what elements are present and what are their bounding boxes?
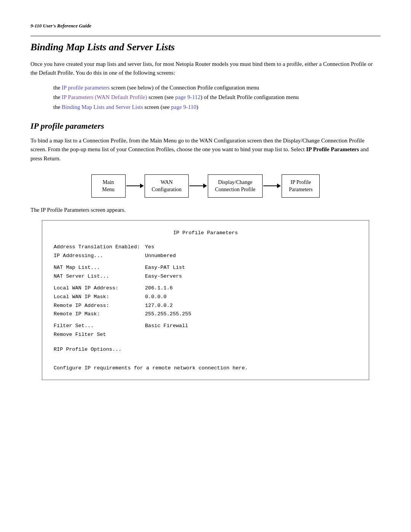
terminal-row-rip: RIP Profile Options... bbox=[54, 345, 357, 354]
binding-map-lists-link[interactable]: Binding Map Lists and Server Lists bbox=[62, 104, 143, 110]
terminal-value: Easy-Servers bbox=[145, 272, 182, 281]
terminal-label: Remove Filter Set bbox=[54, 331, 145, 339]
list-item: the IP profile parameters screen (see be… bbox=[53, 83, 381, 93]
page-9-112-link[interactable]: page 9-112 bbox=[175, 94, 201, 100]
ip-profile-params-link[interactable]: IP profile parameters bbox=[62, 85, 110, 91]
terminal-label: Local WAN IP Mask: bbox=[54, 293, 145, 302]
terminal-label: NAT Server List... bbox=[54, 272, 145, 281]
binding-intro-text: Once you have created your map lists and… bbox=[30, 60, 381, 78]
terminal-value: Unnumbered bbox=[145, 252, 176, 260]
page-header: 9-110 User's Reference Guide bbox=[30, 23, 381, 29]
arrow-line bbox=[263, 185, 277, 186]
arrow-head bbox=[140, 184, 144, 188]
flow-box-wan-line1: WAN bbox=[161, 179, 173, 185]
terminal-spacer bbox=[54, 260, 357, 264]
arrow-line bbox=[126, 185, 140, 186]
terminal-screen: IP Profile Parameters Address Translatio… bbox=[42, 220, 369, 380]
terminal-row-remote-ip: Remote IP Address: 127.0.0.2 bbox=[54, 302, 357, 310]
terminal-value: Easy-PAT List bbox=[145, 264, 185, 272]
binding-section-title: Binding Map Lists and Server Lists bbox=[30, 42, 381, 53]
terminal-label: NAT Map List... bbox=[54, 264, 145, 272]
flow-box-wan: WAN Configuration bbox=[145, 174, 189, 198]
flow-box-display-line2: Connection Profile bbox=[215, 187, 255, 192]
flow-box-wan-line2: Configuration bbox=[152, 187, 182, 192]
terminal-value: 255.255.255.255 bbox=[145, 310, 191, 319]
ip-params-wan-link[interactable]: IP Parameters (WAN Default Profile) bbox=[62, 94, 147, 100]
flow-box-main-line1: Main bbox=[103, 179, 114, 185]
terminal-spacer bbox=[54, 281, 357, 284]
flow-arrow-1 bbox=[126, 184, 144, 188]
arrow-head bbox=[203, 184, 207, 188]
terminal-label: Filter Set... bbox=[54, 322, 145, 331]
terminal-footer: Configure IP requirements for a remote n… bbox=[54, 364, 357, 373]
terminal-spacer bbox=[54, 357, 357, 360]
terminal-row-remove-filter: Remove Filter Set bbox=[54, 331, 357, 339]
terminal-label: Address Translation Enabled: bbox=[54, 243, 145, 252]
flow-box-ip-line2: Parameters bbox=[289, 187, 312, 192]
terminal-spacer bbox=[54, 339, 357, 342]
terminal-value: Basic Firewall bbox=[145, 322, 188, 331]
terminal-label: RIP Profile Options... bbox=[54, 345, 145, 354]
terminal-title: IP Profile Parameters bbox=[54, 229, 357, 238]
terminal-row-filter-set: Filter Set... Basic Firewall bbox=[54, 322, 357, 331]
flow-box-ip-line1: IP Profile bbox=[291, 179, 311, 185]
terminal-row-local-wan-mask: Local WAN IP Mask: 0.0.0.0 bbox=[54, 293, 357, 302]
terminal-label: Remote IP Address: bbox=[54, 302, 145, 310]
terminal-row-remote-mask: Remote IP Mask: 255.255.255.255 bbox=[54, 310, 357, 319]
flow-box-display-line1: Display/Change bbox=[218, 179, 252, 185]
terminal-row-local-wan-ip: Local WAN IP Address: 206.1.1.6 bbox=[54, 284, 357, 293]
terminal-value: 127.0.0.2 bbox=[145, 302, 173, 310]
terminal-label: Local WAN IP Address: bbox=[54, 284, 145, 293]
ip-profile-section-title: IP profile parameters bbox=[30, 121, 381, 131]
page-9-110-link[interactable]: page 9-110 bbox=[171, 104, 197, 110]
terminal-value: Yes bbox=[145, 243, 154, 252]
terminal-row-ip-addressing: IP Addressing... Unnumbered bbox=[54, 252, 357, 260]
terminal-label: Remote IP Mask: bbox=[54, 310, 145, 319]
terminal-row-nat-map: NAT Map List... Easy-PAT List bbox=[54, 264, 357, 272]
arrow-line bbox=[190, 185, 203, 186]
list-item: the IP Parameters (WAN Default Profile) … bbox=[53, 93, 381, 102]
terminal-spacer bbox=[54, 342, 357, 345]
terminal-spacer bbox=[54, 354, 357, 357]
flow-box-main: Main Menu bbox=[91, 174, 126, 198]
flow-diagram: Main Menu WAN Configuration Display/Chan… bbox=[30, 174, 381, 198]
terminal-spacer bbox=[54, 319, 357, 322]
flow-arrow-2 bbox=[190, 184, 207, 188]
ip-profile-params-bold: IP Profile Parameters bbox=[306, 146, 359, 152]
flow-box-display: Display/Change Connection Profile bbox=[208, 174, 263, 198]
bullet-list: the IP profile parameters screen (see be… bbox=[53, 83, 381, 112]
appears-text: The IP Profile Parameters screen appears… bbox=[30, 207, 381, 213]
flow-box-main-line2: Menu bbox=[102, 187, 115, 192]
terminal-row-addr-translation: Address Translation Enabled: Yes bbox=[54, 243, 357, 252]
terminal-value: 206.1.1.6 bbox=[145, 284, 173, 293]
section-divider bbox=[30, 36, 381, 36]
terminal-value: 0.0.0.0 bbox=[145, 293, 167, 302]
terminal-row-nat-server: NAT Server List... Easy-Servers bbox=[54, 272, 357, 281]
ip-profile-body: To bind a map list to a Connection Profi… bbox=[30, 136, 381, 163]
list-item: the Binding Map Lists and Server Lists s… bbox=[53, 102, 381, 112]
arrow-head bbox=[277, 184, 281, 188]
flow-arrow-3 bbox=[263, 184, 281, 188]
flow-box-ip-profile: IP Profile Parameters bbox=[282, 174, 320, 198]
terminal-label: IP Addressing... bbox=[54, 252, 145, 260]
